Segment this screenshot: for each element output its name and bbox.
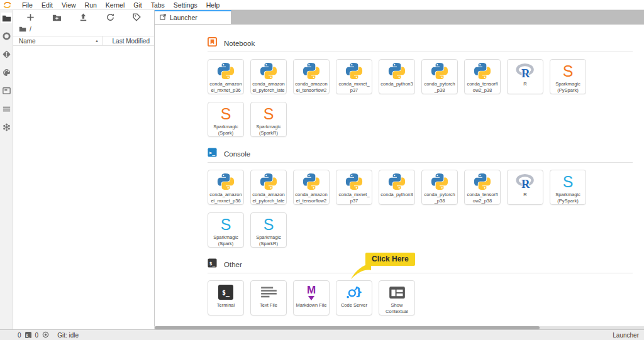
breadcrumb[interactable]: / bbox=[13, 25, 154, 34]
launcher-card-conda-pytorch-p38[interactable]: conda_pytorch_p38 bbox=[421, 170, 458, 205]
menu-items: FileEditViewRunKernelGitTabsSettingsHelp bbox=[18, 1, 224, 9]
launcher-card-sparkmagic-sparkr[interactable]: SSparkmagic (SparkR) bbox=[250, 102, 287, 137]
section-title-notebook: Notebook bbox=[224, 40, 255, 47]
menu-view[interactable]: View bbox=[57, 1, 80, 9]
terminals-count: 0 bbox=[18, 332, 21, 339]
launcher-card-r[interactable]: RRR bbox=[507, 59, 543, 94]
launcher-card-code-server[interactable]: }Code Server bbox=[336, 280, 372, 315]
running-icon[interactable] bbox=[1, 31, 12, 41]
file-browser-panel: / Name ▲ Last Modified bbox=[13, 10, 154, 329]
launcher-card-terminal[interactable]: $_Terminal bbox=[208, 280, 244, 315]
breadcrumb-root[interactable]: / bbox=[30, 26, 31, 33]
spark-icon: S bbox=[221, 102, 231, 123]
launcher-card-conda-python3[interactable]: conda_python3 bbox=[379, 59, 415, 94]
card-label: conda_amazonei_tensorflow2_ bbox=[294, 80, 329, 94]
text-file-icon bbox=[261, 281, 277, 302]
card-label: Sparkmagic (PySpark) bbox=[550, 191, 586, 204]
python-icon bbox=[302, 170, 321, 191]
new-launcher-icon[interactable] bbox=[25, 12, 36, 23]
menu-kernel[interactable]: Kernel bbox=[101, 1, 129, 9]
tab-launcher[interactable]: Launcher bbox=[155, 10, 231, 24]
card-label: Sparkmagic (SparkR) bbox=[251, 234, 286, 247]
card-label: conda_tensorflow2_p38 bbox=[465, 191, 500, 204]
app-logo-icon bbox=[3, 1, 12, 9]
python-icon bbox=[473, 60, 492, 80]
python-icon bbox=[345, 170, 364, 191]
launcher-card-r[interactable]: RRR bbox=[507, 170, 543, 205]
card-label: Sparkmagic (SparkR) bbox=[251, 123, 286, 136]
python-icon bbox=[216, 60, 235, 80]
menu-git[interactable]: Git bbox=[129, 1, 146, 9]
column-header-last-modified[interactable]: Last Modified bbox=[103, 36, 154, 45]
launcher-card-conda-mxnet-p37[interactable]: conda_mxnet_p37 bbox=[336, 170, 372, 205]
launcher-card-conda-tensorflow2-p38[interactable]: conda_tensorflow2_p38 bbox=[464, 170, 501, 205]
launcher-card-conda-python3[interactable]: conda_python3 bbox=[379, 170, 415, 205]
new-folder-icon[interactable] bbox=[52, 12, 62, 23]
inspector-icon[interactable] bbox=[1, 85, 12, 96]
launcher-card-sparkmagic-pyspark[interactable]: SSparkmagic (PySpark) bbox=[550, 170, 586, 205]
launcher-card-conda-amazonei-tensorflow2[interactable]: conda_amazonei_tensorflow2_ bbox=[293, 59, 330, 94]
launcher-card-conda-amazonei-pytorch-late[interactable]: conda_amazonei_pytorch_late bbox=[250, 59, 287, 94]
menu-file[interactable]: File bbox=[18, 1, 37, 9]
running-sessions-status[interactable]: 0 $_ 0 bbox=[18, 331, 49, 339]
open-tabs-icon[interactable] bbox=[1, 104, 12, 114]
launcher-card-text-file[interactable]: Text File bbox=[250, 280, 287, 315]
card-grid-other: $_TerminalText FileMMarkdown File}Code S… bbox=[208, 280, 610, 315]
file-browser-toolbar bbox=[13, 10, 154, 25]
git-status[interactable]: Git: idle bbox=[57, 332, 79, 339]
launcher-card-sparkmagic-pyspark[interactable]: SSparkmagic (PySpark) bbox=[550, 59, 586, 94]
launcher-tab-icon bbox=[159, 13, 167, 22]
spark-icon: S bbox=[563, 170, 574, 191]
launcher-content: Notebookconda_amazonei_mxnet_p36conda_am… bbox=[155, 25, 644, 329]
r-icon: RR bbox=[516, 60, 535, 80]
launcher-card-conda-amazonei-tensorflow2[interactable]: conda_amazonei_tensorflow2_ bbox=[293, 170, 330, 205]
launcher-card-conda-mxnet-p37[interactable]: conda_mxnet_p37 bbox=[336, 59, 372, 94]
launcher-card-show-contextual-help[interactable]: Show Contextual Help bbox=[379, 280, 415, 315]
launcher-card-sparkmagic-sparkr[interactable]: SSparkmagic (SparkR) bbox=[250, 212, 287, 248]
card-label: R bbox=[508, 191, 543, 200]
git-clone-icon[interactable] bbox=[131, 12, 142, 23]
palette-icon[interactable] bbox=[1, 67, 12, 78]
upload-icon[interactable] bbox=[78, 12, 89, 23]
column-header-name[interactable]: Name ▲ bbox=[13, 36, 103, 45]
card-label: Show Contextual Help bbox=[379, 302, 414, 315]
git-icon[interactable] bbox=[1, 49, 12, 60]
click-here-callout: Click Here bbox=[365, 253, 415, 266]
card-label: Sparkmagic (Spark) bbox=[208, 234, 243, 247]
launcher-card-conda-amazonei-pytorch-late[interactable]: conda_amazonei_pytorch_late bbox=[250, 170, 287, 205]
python-icon bbox=[259, 60, 278, 80]
file-list-header: Name ▲ Last Modified bbox=[13, 36, 154, 46]
card-label: conda_amazonei_tensorflow2_ bbox=[294, 191, 329, 204]
launcher-card-conda-amazonei-mxnet-p36[interactable]: conda_amazonei_mxnet_p36 bbox=[208, 170, 244, 205]
card-label: conda_amazonei_mxnet_p36 bbox=[208, 80, 243, 94]
kernels-count: 0 bbox=[35, 332, 39, 339]
activity-sidebar bbox=[0, 10, 13, 329]
python-icon bbox=[345, 60, 364, 80]
spark-icon: S bbox=[221, 213, 231, 234]
card-grid-console: conda_amazonei_mxnet_p36conda_amazonei_p… bbox=[208, 170, 610, 248]
svg-text:$_: $_ bbox=[209, 261, 216, 266]
launcher-card-sparkmagic-spark[interactable]: SSparkmagic (Spark) bbox=[208, 212, 244, 248]
launcher-card-sparkmagic-spark[interactable]: SSparkmagic (Spark) bbox=[208, 102, 244, 137]
card-label: Markdown File bbox=[294, 302, 329, 310]
launcher-card-conda-pytorch-p38[interactable]: conda_pytorch_p38 bbox=[421, 59, 458, 94]
menu-run[interactable]: Run bbox=[80, 1, 101, 9]
refresh-icon[interactable] bbox=[105, 12, 116, 23]
card-label: Sparkmagic (PySpark) bbox=[550, 80, 586, 94]
launcher-section-console: >_Consoleconda_amazonei_mxnet_p36conda_a… bbox=[208, 148, 633, 248]
status-bar: 0 $_ 0 Git: idle Launcher bbox=[0, 329, 644, 340]
menu-settings[interactable]: Settings bbox=[169, 1, 202, 9]
extensions-icon[interactable] bbox=[1, 122, 12, 133]
launcher-card-markdown-file[interactable]: MMarkdown File bbox=[293, 280, 330, 315]
file-browser-icon[interactable] bbox=[1, 13, 12, 23]
menu-tabs[interactable]: Tabs bbox=[147, 1, 169, 9]
r-icon: RR bbox=[516, 170, 535, 191]
launcher-section-notebook: Notebookconda_amazonei_mxnet_p36conda_am… bbox=[208, 38, 633, 137]
launcher-card-conda-amazonei-mxnet-p36[interactable]: conda_amazonei_mxnet_p36 bbox=[208, 59, 244, 94]
menu-edit[interactable]: Edit bbox=[37, 1, 57, 9]
python-icon bbox=[473, 170, 492, 191]
card-label: Sparkmagic (Spark) bbox=[208, 123, 243, 136]
console-section-icon: >_ bbox=[208, 148, 217, 160]
menu-help[interactable]: Help bbox=[202, 1, 225, 9]
launcher-card-conda-tensorflow2-p38[interactable]: conda_tensorflow2_p38 bbox=[464, 59, 501, 94]
